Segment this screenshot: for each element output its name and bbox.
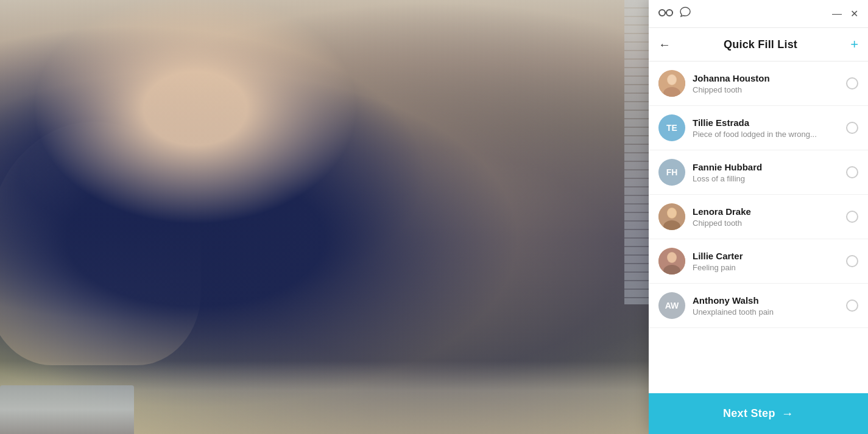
- item-info: Anthony Walsh Unexplained tooth pain: [693, 295, 839, 317]
- item-info: Tillie Estrada Piece of food lodged in t…: [693, 117, 839, 139]
- item-note: Unexplained tooth pain: [693, 307, 839, 317]
- titlebar: — ✕: [649, 0, 868, 28]
- next-arrow-icon: →: [782, 407, 794, 421]
- titlebar-left-icons: [658, 6, 691, 21]
- item-info: Lillie Carter Feeling pain: [693, 251, 839, 272]
- item-name: Fannie Hubbard: [693, 162, 839, 172]
- next-step-button[interactable]: Next Step →: [649, 393, 868, 434]
- next-step-label: Next Step: [723, 407, 775, 420]
- panel-header: ← Quick Fill List +: [649, 28, 868, 61]
- list-item[interactable]: Lillie Carter Feeling pain: [649, 239, 868, 284]
- item-note: Feeling pain: [693, 263, 839, 272]
- svg-point-16: [668, 253, 676, 262]
- select-radio[interactable]: [846, 299, 858, 312]
- item-note: Chipped tooth: [693, 219, 839, 228]
- avatar-initials: TE: [666, 123, 677, 133]
- avatar: FH: [658, 159, 685, 186]
- patient-list: Johanna Houston Chipped tooth TE Tillie …: [649, 61, 868, 393]
- item-note: Loss of a filling: [693, 174, 839, 183]
- avatar: [658, 70, 685, 97]
- item-name: Anthony Walsh: [693, 295, 839, 306]
- svg-point-1: [666, 10, 672, 16]
- quick-fill-panel: — ✕ ← Quick Fill List + Johanna Houston …: [649, 0, 868, 434]
- chat-icon[interactable]: [679, 6, 691, 21]
- item-name: Johanna Houston: [693, 73, 839, 83]
- avatar: AW: [658, 292, 685, 319]
- list-item[interactable]: Lenora Drake Chipped tooth: [649, 195, 868, 239]
- svg-point-0: [659, 10, 665, 16]
- avatar: [658, 203, 685, 230]
- svg-point-12: [668, 208, 676, 218]
- item-info: Lenora Drake Chipped tooth: [693, 206, 839, 228]
- list-item[interactable]: AW Anthony Walsh Unexplained tooth pain: [649, 284, 868, 328]
- item-info: Fannie Hubbard Loss of a filling: [693, 162, 839, 183]
- back-button[interactable]: ←: [658, 38, 671, 52]
- select-radio[interactable]: [846, 255, 858, 267]
- item-name: Tillie Estrada: [693, 117, 839, 128]
- list-item[interactable]: TE Tillie Estrada Piece of food lodged i…: [649, 106, 868, 150]
- item-name: Lenora Drake: [693, 206, 839, 217]
- avatar: [658, 248, 685, 275]
- list-item[interactable]: Johanna Houston Chipped tooth: [649, 61, 868, 106]
- avatar-initials: AW: [665, 301, 679, 310]
- bg-laptop: [0, 385, 134, 434]
- item-info: Johanna Houston Chipped tooth: [693, 73, 839, 94]
- item-note: Piece of food lodged in the wrong...: [693, 130, 839, 139]
- avatar-initials: FH: [666, 167, 678, 177]
- select-radio[interactable]: [846, 122, 858, 134]
- close-button[interactable]: ✕: [850, 8, 858, 19]
- minimize-button[interactable]: —: [832, 9, 842, 19]
- add-button[interactable]: +: [850, 37, 858, 52]
- avatar: TE: [658, 114, 685, 141]
- select-radio[interactable]: [846, 211, 858, 223]
- select-radio[interactable]: [846, 77, 858, 89]
- item-name: Lillie Carter: [693, 251, 839, 261]
- select-radio[interactable]: [846, 166, 858, 178]
- panel-footer: Next Step →: [649, 393, 868, 434]
- titlebar-right-controls: — ✕: [832, 8, 858, 19]
- item-note: Chipped tooth: [693, 85, 839, 94]
- list-item[interactable]: FH Fannie Hubbard Loss of a filling: [649, 150, 868, 195]
- spectacles-icon[interactable]: [658, 7, 673, 20]
- panel-title: Quick Fill List: [724, 38, 797, 51]
- svg-point-8: [668, 75, 676, 85]
